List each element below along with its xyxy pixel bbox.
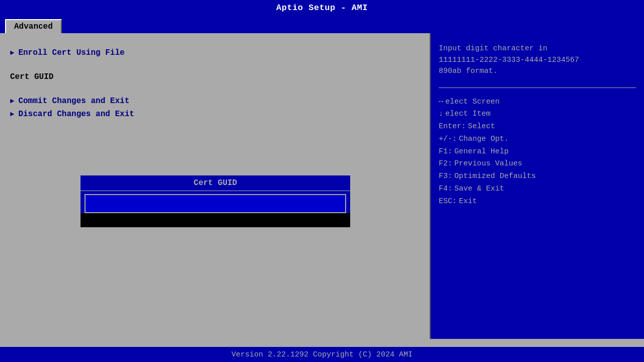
- commit-label: Commit Changes and Exit: [18, 97, 129, 106]
- keybind-f4: F4: Save & Exit: [439, 183, 636, 196]
- key-label-f3: Optimized Defaults: [454, 170, 536, 183]
- key-label-enter: Select: [468, 121, 495, 133]
- right-panel: Input digit character in 11111111-2222-3…: [431, 33, 644, 339]
- left-panel: ► Enroll Cert Using File Cert GUID ► Com…: [0, 33, 431, 339]
- keybind-f2: F2: Previous Values: [439, 158, 636, 170]
- cert-guid-section-label: Cert GUID: [10, 72, 420, 81]
- key-f1: F1:: [439, 146, 452, 158]
- footer: Version 2.22.1292 Copyright (C) 2024 AMI: [0, 347, 644, 362]
- key-label-f1: General Help: [454, 146, 509, 158]
- sidebar-item-enroll-cert[interactable]: ► Enroll Cert Using File: [10, 48, 420, 57]
- keybind-esc: ESC: Exit: [439, 196, 636, 208]
- app-title: Aptio Setup - AMI: [276, 3, 368, 13]
- key-label-f4: Save & Exit: [454, 183, 504, 196]
- key-f2: F2:: [439, 158, 452, 170]
- key-label-select-item: elect Item: [445, 108, 491, 121]
- help-section: Input digit character in 11111111-2222-3…: [439, 43, 636, 77]
- key-plusminus: +/-:: [439, 133, 457, 146]
- dialog-title: Cert GUID: [80, 175, 350, 191]
- key-f4: F4:: [439, 183, 452, 196]
- key-f3: F3:: [439, 170, 452, 183]
- sidebar-item-discard-changes[interactable]: ► Discard Changes and Exit: [10, 110, 420, 119]
- tab-advanced[interactable]: Advanced: [5, 19, 62, 33]
- key-label-esc: Exit: [459, 196, 477, 208]
- discard-label: Discard Changes and Exit: [18, 110, 134, 119]
- dialog-input-area[interactable]: [85, 194, 346, 213]
- keybind-select-item: ↓ elect Item: [439, 108, 636, 121]
- key-label-plusminus: Change Opt.: [459, 133, 509, 146]
- help-text: Input digit character in 11111111-2222-3…: [439, 43, 636, 77]
- key-arrow-lr: ↔: [439, 96, 443, 109]
- key-esc: ESC:: [439, 196, 457, 208]
- arrow-icon: ►: [10, 49, 14, 57]
- cert-guid-dialog[interactable]: Cert GUID: [79, 174, 351, 228]
- keybind-enter: Enter: Select: [439, 121, 636, 133]
- key-enter: Enter:: [439, 121, 466, 133]
- keybind-select-screen: ↔ elect Screen: [439, 96, 636, 109]
- keybinds-section: ↔ elect Screen ↓ elect Item Enter: Selec…: [439, 96, 636, 208]
- sidebar-item-commit-changes[interactable]: ► Commit Changes and Exit: [10, 97, 420, 106]
- arrow-icon-commit: ►: [10, 97, 14, 105]
- key-label-select-screen: elect Screen: [445, 96, 500, 109]
- panel-divider: [439, 87, 636, 88]
- enroll-cert-label: Enroll Cert Using File: [18, 48, 124, 57]
- keybind-f1: F1: General Help: [439, 146, 636, 158]
- tab-bar: Advanced: [0, 15, 644, 33]
- footer-text: Version 2.22.1292 Copyright (C) 2024 AMI: [231, 350, 413, 359]
- key-label-f2: Previous Values: [454, 158, 522, 170]
- key-arrow-ud: ↓: [439, 108, 443, 121]
- keybind-plusminus: +/-: Change Opt.: [439, 133, 636, 146]
- cert-guid-input[interactable]: [91, 199, 340, 208]
- arrow-icon-discard: ►: [10, 110, 14, 118]
- dialog-footer: [80, 213, 350, 227]
- keybind-f3: F3: Optimized Defaults: [439, 170, 636, 183]
- title-bar: Aptio Setup - AMI: [0, 0, 644, 15]
